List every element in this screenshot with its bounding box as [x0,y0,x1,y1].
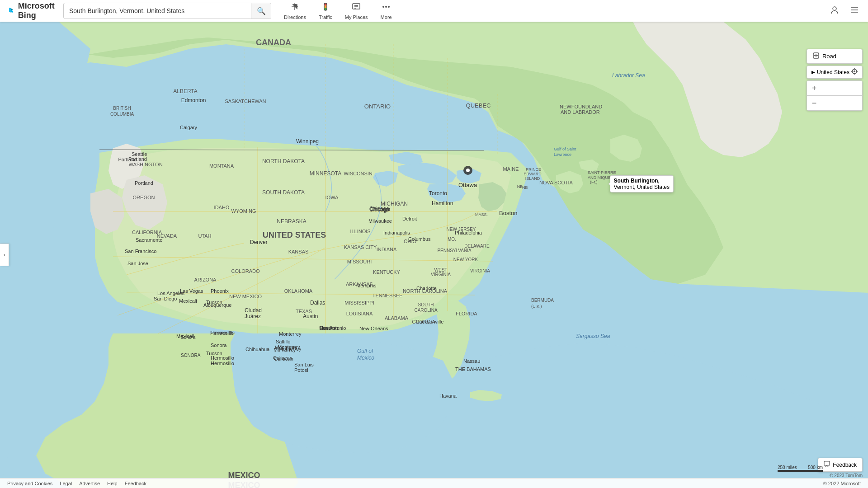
svg-text:Hermosillo: Hermosillo [211,355,234,361]
menu-button[interactable] [846,3,863,19]
svg-text:Denver: Denver [250,239,268,245]
footer-legal-link[interactable]: Legal [60,481,72,486]
search-button[interactable]: 🔍 [251,3,271,19]
svg-text:San Jose: San Jose [127,261,148,266]
map-container[interactable]: CANADA ALBERTA SASKATCHEWAN BRITISH COLU… [0,22,868,488]
sidebar-arrow-icon: › [4,252,5,258]
svg-text:San Francisco: San Francisco [125,249,156,254]
svg-text:KENTUCKY: KENTUCKY [373,269,401,275]
footer-advertise-link[interactable]: Advertise [79,481,100,486]
nav-traffic[interactable]: Traffic [313,0,338,22]
plus-icon: + [812,84,817,93]
svg-text:COLORADO: COLORADO [231,268,260,274]
svg-text:(U.K.): (U.K.) [531,304,542,309]
svg-text:Toronto: Toronto [429,190,447,197]
scale-right-label: 500 km [808,465,823,470]
svg-text:ARIZONA: ARIZONA [194,277,217,282]
traffic-icon [321,2,330,14]
nav-my-places[interactable]: My Places [340,0,373,22]
copyright-tomtom: © 2023 TomTom [830,473,863,478]
map-pin[interactable] [462,165,473,176]
location-target-icon [851,68,858,76]
user-button[interactable] [826,3,843,19]
svg-text:PENNSYLVANIA: PENNSYLVANIA [437,248,472,253]
svg-text:CAROLINA: CAROLINA [414,308,437,313]
scale-bar: 250 miles 500 km [778,465,823,472]
svg-text:Lawrence: Lawrence [554,152,571,157]
nav-directions[interactable]: Directions [278,0,311,22]
zoom-controls: + − [807,80,863,111]
svg-text:Gulf of Saint: Gulf of Saint [554,147,576,151]
svg-text:Phoenix: Phoenix [211,288,229,294]
zoom-in-button[interactable]: + [807,81,821,95]
footer-copyright: © 2022 Microsoft [823,481,861,486]
svg-text:VIRGINIA: VIRGINIA [470,268,490,273]
map-svg: CANADA ALBERTA SASKATCHEWAN BRITISH COLU… [0,22,868,488]
svg-text:AND MIQUELON: AND MIQUELON [588,175,619,180]
nav-items: Directions Traffic My Places More [278,0,397,22]
zoom-out-button[interactable]: − [807,96,821,110]
svg-rect-183 [824,461,830,465]
footer: Privacy and Cookies Legal Advertise Help… [0,478,868,488]
svg-text:Sacramento: Sacramento [136,237,162,243]
nav-more[interactable]: More [375,0,397,22]
svg-text:MISSISSIPPI: MISSISSIPPI [344,300,374,305]
svg-text:Saltillo: Saltillo [276,339,290,344]
svg-text:ALBERTA: ALBERTA [173,88,198,94]
svg-text:Detroit: Detroit [402,216,417,221]
svg-text:WASHINGTON: WASHINGTON [128,162,162,167]
footer-feedback-link[interactable]: Feedback [125,481,146,486]
svg-text:Austin: Austin [303,313,318,319]
svg-text:UTAH: UTAH [198,233,211,239]
directions-icon [290,2,299,14]
hamburger-icon [850,5,859,17]
sidebar-toggle[interactable]: › [0,244,9,266]
svg-text:Dallas: Dallas [310,300,325,306]
svg-text:Ciudad: Ciudad [245,307,262,314]
feedback-button[interactable]: Feedback [818,458,863,472]
bing-text: Microsoft Bing [18,1,58,20]
svg-text:Las Vegas: Las Vegas [180,288,203,294]
svg-text:Portland: Portland [128,156,147,162]
footer-help-link[interactable]: Help [107,481,118,486]
svg-text:Boston: Boston [499,210,517,216]
svg-text:NEW MEXICO: NEW MEXICO [229,294,262,299]
region-label: United States [817,69,849,75]
svg-text:NORTH DAKOTA: NORTH DAKOTA [262,158,305,164]
svg-text:SASKATCHEWAN: SASKATCHEWAN [225,99,266,104]
road-view-button[interactable]: Road [807,49,863,64]
region-selector[interactable]: ▶ United States [807,66,863,79]
svg-text:OKLAHOMA: OKLAHOMA [284,288,313,294]
svg-text:Hamilton: Hamilton [432,200,453,206]
svg-text:Chicago: Chicago [369,206,389,212]
bing-logo[interactable]: Microsoft Bing [7,1,58,20]
svg-text:MASS.: MASS. [475,212,488,217]
header: Microsoft Bing 🔍 Directions Traffic My P… [0,0,868,22]
svg-text:ISLAND: ISLAND [525,176,540,181]
svg-text:Sonora: Sonora [181,335,196,340]
road-button-label: Road [822,53,836,60]
svg-text:Mexico: Mexico [357,355,374,361]
svg-text:Milwaukee: Milwaukee [368,218,392,224]
search-container: 🔍 [63,3,271,19]
footer-privacy-link[interactable]: Privacy and Cookies [7,481,52,486]
svg-text:Portland: Portland [135,180,153,186]
svg-text:Memphis: Memphis [356,283,377,288]
svg-text:WISCONSIN: WISCONSIN [344,171,373,176]
svg-text:Potosi: Potosi [294,367,308,373]
svg-text:FLORIDA: FLORIDA [456,311,477,316]
nav-more-label: More [381,14,392,20]
search-input[interactable] [64,7,251,14]
svg-text:AND LABRADOR: AND LABRADOR [561,109,600,115]
svg-text:Culiacan: Culiacan [274,356,293,361]
svg-text:Jacksonville: Jacksonville [417,319,443,324]
scale-left-label: 250 miles [778,465,797,470]
svg-point-10 [382,6,384,8]
svg-text:NOVA SCOTIA: NOVA SCOTIA [539,180,573,185]
svg-text:Hermosillo: Hermosillo [211,361,234,366]
road-icon [812,52,820,61]
svg-text:MISSOURI: MISSOURI [347,259,372,264]
svg-text:INDIANA: INDIANA [377,247,397,252]
svg-text:MAINE: MAINE [503,166,519,172]
user-icon [830,5,839,17]
